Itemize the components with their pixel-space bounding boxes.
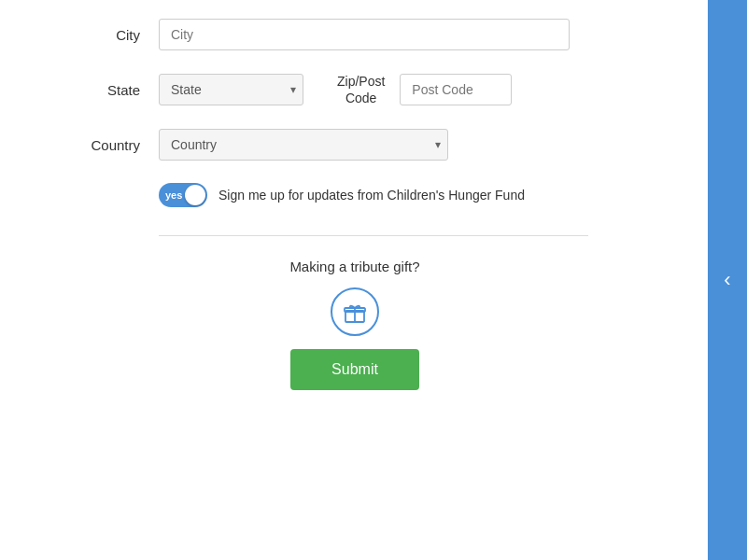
zip-input[interactable] xyxy=(400,74,512,105)
sidebar: ‹ xyxy=(708,0,747,560)
section-divider xyxy=(159,235,588,236)
city-label: City xyxy=(37,27,159,43)
toggle-container[interactable]: yes xyxy=(159,183,207,207)
toggle-yes-label: yes xyxy=(165,189,182,201)
tribute-section: Making a tribute gift? Submit xyxy=(37,259,672,390)
tribute-title: Making a tribute gift? xyxy=(289,259,419,274)
zip-label: Zip/PostCode xyxy=(337,73,385,106)
zip-group: Zip/PostCode xyxy=(337,73,512,106)
toggle-text: Sign me up for updates from Children's H… xyxy=(218,188,525,203)
submit-button[interactable]: Submit xyxy=(290,349,419,390)
city-row: City xyxy=(37,19,672,50)
toggle-row: yes Sign me up for updates from Children… xyxy=(159,183,672,207)
gift-icon xyxy=(342,299,368,325)
state-label: State xyxy=(37,82,159,98)
country-select-wrapper: Country xyxy=(159,129,448,161)
gift-icon-button[interactable] xyxy=(331,287,379,336)
toggle-track[interactable]: yes xyxy=(159,183,207,207)
state-select-wrapper: State xyxy=(159,74,303,105)
country-label: Country xyxy=(37,137,159,153)
toggle-knob xyxy=(185,185,205,205)
city-input[interactable] xyxy=(159,19,570,50)
state-zip-row: State State Zip/PostCode xyxy=(37,73,672,106)
state-select[interactable]: State xyxy=(159,74,303,105)
country-select[interactable]: Country xyxy=(159,129,448,161)
country-row: Country Country xyxy=(37,129,672,161)
sidebar-arrow-icon[interactable]: ‹ xyxy=(724,268,730,292)
